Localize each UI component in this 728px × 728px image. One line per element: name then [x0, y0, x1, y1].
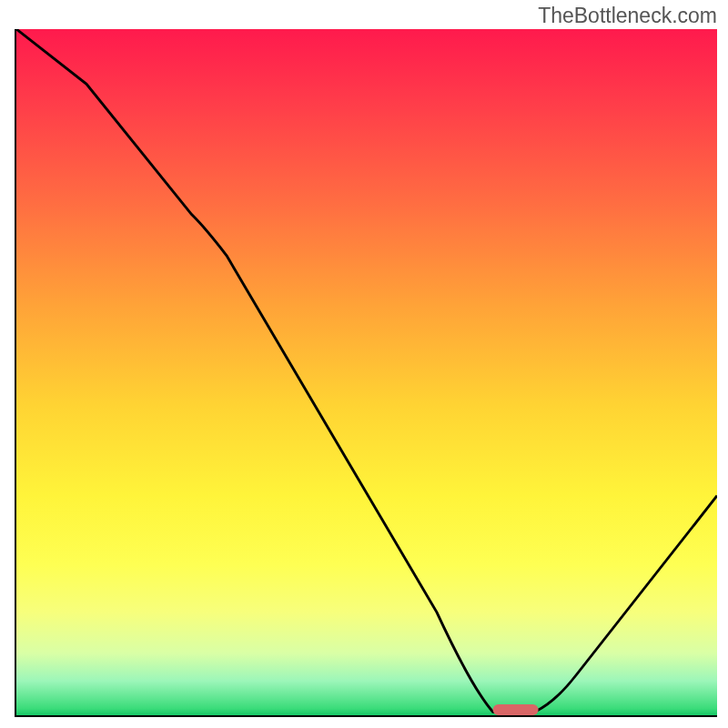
watermark-text: TheBottleneck.com	[538, 4, 717, 28]
plot-area	[15, 29, 717, 717]
curve-path	[16, 29, 717, 712]
minimum-marker	[493, 704, 539, 715]
bottleneck-curve	[16, 29, 717, 715]
